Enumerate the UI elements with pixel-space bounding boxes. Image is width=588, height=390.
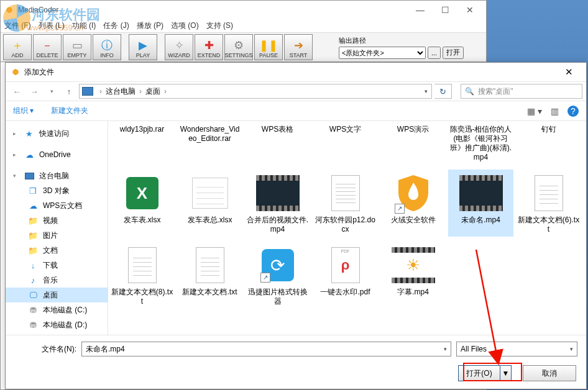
output-path-label: 输出路径 [339,36,464,45]
view-options-button[interactable]: ▦ ▾ [527,106,542,116]
file-item[interactable]: 新建文本文档.txt [177,242,242,309]
toolbar-info-button[interactable]: ⓘINFO [93,34,121,60]
mc-titlebar: MediaCoder — ☐ ✕ [1,1,486,19]
sidebar-item-3d[interactable]: ❒3D 对象 [6,183,108,198]
toolbar-start-button[interactable]: ➔START [284,34,313,60]
sidebar-item-d[interactable]: ⛃本地磁盘 (D:) [6,317,108,332]
toolbar-empty-button[interactable]: ▭EMPTY [63,34,91,60]
new-folder-button[interactable]: 新建文件夹 [51,106,88,116]
mc-menu-item[interactable]: 播放 (P) [137,20,163,31]
file-item[interactable]: WPS表格 [245,124,310,165]
sidebar-item-quick[interactable]: ▸★快速访问 [6,126,108,141]
mc-menu-item[interactable]: 功能 (I) [72,20,96,31]
file-label: wldy13pjb.rar [120,125,164,143]
file-item[interactable]: WPS演示 [380,124,446,165]
file-label: 合并后的视频文件.mp4 [246,215,309,234]
file-item[interactable]: 钉钉 [516,124,581,165]
close-button[interactable]: ✕ [457,2,482,18]
sidebar-item-c[interactable]: ⛃本地磁盘 (C:) [6,302,108,317]
sidebar-item-vid[interactable]: 📁视频 [6,213,108,228]
filename-input[interactable]: 未命名.mp4▾ [81,342,451,356]
organize-menu[interactable]: 组织 ▾ [13,106,34,116]
dlg-toolbar: 组织 ▾ 新建文件夹 ▦ ▾ ▥ ? [6,101,586,121]
file-area: wldy13pjb.rarWondershare_Video_Editor.ra… [108,121,586,335]
sidebar: ▸★快速访问▸☁OneDrive▾这台电脑❒3D 对象☁WPS云文档📁视频📁图片… [6,121,108,335]
sidebar-item-wps[interactable]: ☁WPS云文档 [6,198,108,213]
sidebar-item-desk[interactable]: 🖵桌面 [6,288,108,302]
file-item[interactable]: ⟳迅捷图片格式转换器 [245,242,310,309]
crumb-this-pc[interactable]: 这台电脑 [106,86,136,97]
output-open-button[interactable]: 打开 [443,47,464,59]
file-item[interactable]: 新建文本文档(8).txt [109,242,175,309]
mc-app-icon [4,5,14,15]
nav-back-button[interactable]: ← [9,84,24,99]
toolbar-delete-button[interactable]: －DELETE [33,34,62,60]
dlg-navbar: ← → ▾ ↑ › 这台电脑 › 桌面 › ▾ ↻ 🔍 搜索"桌面" [6,81,586,101]
file-label: WPS文字 [329,125,361,143]
file-item[interactable]: 合并后的视频文件.mp4 [245,170,310,237]
cancel-button[interactable]: 取消 [523,365,576,381]
file-item[interactable]: 未命名.mp4 [448,170,513,237]
file-label: 发车表.xlsx [124,215,161,234]
monitor-icon [24,171,34,181]
breadcrumb[interactable]: › 这台电脑 › 桌面 › ▾ [79,84,432,99]
mc-menu-item[interactable]: 任务 (J) [103,20,129,31]
file-label: 新建文本文档(8).txt [111,288,173,306]
maximize-button[interactable]: ☐ [433,2,457,18]
file-item[interactable]: 一键去水印.pdf [313,242,378,309]
desk-icon: 🖵 [28,290,38,300]
note-icon: ♪ [28,275,38,285]
help-button[interactable]: ? [567,106,579,117]
output-path-group: 输出路径 <原始文件夹> ... 打开 [339,36,464,59]
nav-refresh-button[interactable]: ↻ [434,84,452,99]
file-item[interactable]: 火绒安全软件 [380,170,446,237]
sidebar-item-label: 文档 [43,245,58,256]
file-item[interactable]: Wondershare_Video_Editor.rar [177,124,242,165]
toolbar-add-button[interactable]: ＋ADD [3,34,32,60]
sidebar-item-mus[interactable]: ♪音乐 [6,273,108,288]
file-item[interactable]: WPS文字 [313,124,378,165]
file-item[interactable]: 新建文本文档(6).txt [516,170,581,237]
nav-forward-button: → [27,84,42,99]
toolbar-extend-button[interactable]: ✚EXTEND [195,34,223,60]
toolbar-settings-button[interactable]: ⚙SETTINGS [224,34,253,60]
mc-menu-item[interactable]: 支持 (S) [206,20,233,31]
file-label: 迅捷图片格式转换器 [246,288,309,306]
toolbar-wizard-button[interactable]: ✧WIZARD [165,34,193,60]
mc-menu-item[interactable]: 列表 (L) [39,20,65,31]
nav-up-button[interactable]: ↑ [62,84,76,99]
sidebar-item-pc[interactable]: ▾这台电脑 [6,168,108,183]
dlg-titlebar: 添加文件 ✕ [6,63,586,81]
file-item[interactable]: wldy13pjb.rar [109,124,175,165]
file-label: WPS表格 [262,125,293,143]
file-item[interactable]: ☀字幕.mp4 [380,242,446,309]
dlg-close-button[interactable]: ✕ [556,66,581,78]
sidebar-item-label: 音乐 [43,275,58,286]
file-item[interactable]: X发车表.xlsx [109,170,175,237]
toolbar-pause-button[interactable]: ❚❚PAUSE [254,34,283,60]
mc-menubar: 文件 (F)列表 (L)功能 (I)任务 (J)播放 (P)选项 (O)支持 (… [1,19,486,32]
nav-recent-button[interactable]: ▾ [44,84,59,99]
cloud-icon: ☁ [24,150,34,160]
mc-menu-item[interactable]: 选项 (O) [171,20,199,31]
search-input[interactable]: 🔍 搜索"桌面" [461,84,582,99]
file-item[interactable]: 河东软件园p12.docx [313,170,378,237]
output-path-select[interactable]: <原始文件夹> [339,47,426,59]
file-item[interactable]: 发车表总.xlsx [177,170,242,237]
mc-menu-item[interactable]: 文件 (F) [4,20,31,31]
sidebar-item-pic[interactable]: 📁图片 [6,228,108,243]
mc-title-text: MediaCoder [18,6,58,14]
crumb-desktop[interactable]: 桌面 [145,86,160,97]
output-browse-button[interactable]: ... [428,47,441,59]
file-label: 字幕.mp4 [397,288,429,306]
minimize-button[interactable]: — [408,2,433,18]
preview-pane-button[interactable]: ▥ [551,106,559,116]
filename-label: 文件名(N): [14,344,76,355]
sidebar-item-doc[interactable]: 📁文档 [6,243,108,258]
sidebar-item-dl[interactable]: ↓下载 [6,258,108,273]
filetype-select[interactable]: All Files▾ [456,342,577,356]
file-item[interactable]: 陈奕迅-相信你的人 (电影《银河补习班》推广曲)(标清).mp4 [448,124,513,165]
sidebar-item-label: 这台电脑 [39,171,69,181]
toolbar-play-button[interactable]: ▶PLAY [129,34,157,60]
sidebar-item-od[interactable]: ▸☁OneDrive [6,147,108,162]
